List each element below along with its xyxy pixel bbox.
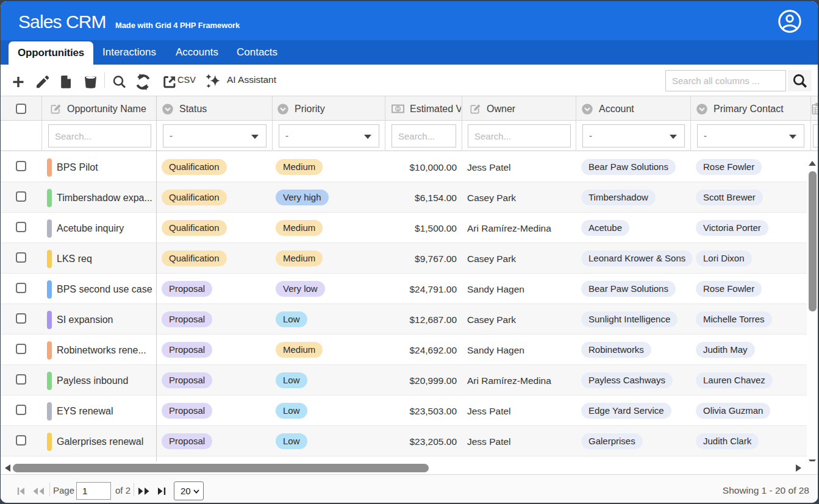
- svg-text:1: 1: [396, 106, 399, 112]
